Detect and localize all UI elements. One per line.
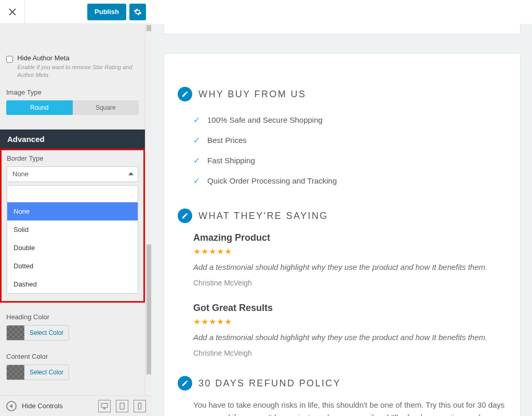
preview-area: WHY BUY FROM US ✓100% Safe and Secure Sh… [152, 24, 532, 416]
testimonial: Got Great Results ★★★★★ Add a testimonia… [178, 303, 507, 357]
saying-header: WHAT THEY'RE SAYING [178, 209, 507, 223]
border-type-search[interactable] [7, 186, 138, 202]
device-desktop[interactable] [98, 400, 111, 412]
border-option-dotted[interactable]: Dotted [7, 257, 138, 275]
pencil-icon [181, 90, 189, 98]
pencil-icon [181, 380, 189, 387]
heading-color-label: Heading Color [6, 313, 139, 321]
image-type-round[interactable]: Round [6, 100, 73, 115]
border-option-double[interactable]: Double [7, 239, 138, 257]
star-rating-icon: ★★★★★ [193, 246, 507, 256]
list-item: ✓Best Prices [178, 130, 507, 150]
hide-author-meta-row: Hide Author Meta Enable if you want to r… [6, 54, 139, 79]
why-buy-title: WHY BUY FROM US [198, 89, 306, 100]
content-color-label: Content Color [6, 353, 139, 360]
close-button[interactable] [0, 0, 25, 24]
why-buy-list: ✓100% Safe and Secure Shopping ✓Best Pri… [178, 110, 507, 191]
publish-button[interactable]: Publish [87, 4, 126, 20]
check-icon: ✓ [193, 115, 200, 125]
tablet-icon [118, 402, 126, 410]
border-type-group: Border Type None None Solid Double Dotte… [0, 149, 145, 303]
gear-icon [134, 8, 142, 16]
check-icon: ✓ [193, 135, 200, 145]
scrollbar-thumb-top[interactable] [147, 25, 151, 31]
pencil-icon [181, 212, 189, 219]
svg-rect-6 [138, 403, 141, 409]
edit-section-saying[interactable] [178, 209, 192, 223]
sidebar-footer: Hide Controls [0, 395, 152, 416]
mobile-icon [136, 402, 144, 410]
refund-header: 30 DAYS REFUND POLICY [178, 376, 507, 391]
border-type-label: Border Type [7, 154, 138, 162]
border-type-select[interactable]: None [7, 166, 138, 182]
refund-body: You have to take enough risks in life, t… [178, 399, 507, 416]
star-rating-icon: ★★★★★ [193, 317, 507, 327]
collapse-icon[interactable] [6, 401, 17, 411]
why-buy-header: WHY BUY FROM US [178, 87, 507, 101]
sidebar: Hide Author Meta Enable if you want to r… [0, 24, 152, 416]
testimonial: Amazing Product ★★★★★ Add a testimonial … [178, 232, 507, 287]
svg-rect-5 [120, 403, 124, 409]
content-color-button[interactable]: Select Color [24, 365, 69, 380]
border-type-dropdown: None Solid Double Dotted Dashed [7, 185, 138, 294]
testimonial-title: Amazing Product [193, 232, 507, 243]
heading-color-button[interactable]: Select Color [24, 326, 69, 340]
scrollbar-thumb-main[interactable] [147, 244, 151, 374]
testimonial-title: Got Great Results [193, 303, 507, 314]
preview-card: WHY BUY FROM US ✓100% Safe and Secure Sh… [164, 53, 521, 416]
list-item: ✓100% Safe and Secure Shopping [178, 110, 507, 130]
content-color-picker[interactable]: Select Color [6, 365, 69, 380]
refund-title: 30 DAYS REFUND POLICY [198, 378, 341, 389]
heading-color-swatch [7, 326, 24, 340]
close-icon [8, 8, 17, 16]
device-tablet[interactable] [116, 400, 128, 412]
edit-section-refund[interactable] [178, 376, 192, 391]
heading-color-picker[interactable]: Select Color [6, 325, 69, 341]
svg-rect-2 [101, 403, 108, 407]
desktop-icon [100, 402, 109, 410]
testimonial-body: Add a testimonial should highlight why t… [193, 333, 507, 342]
testimonial-body: Add a testimonial should highlight why t… [193, 263, 507, 271]
check-icon: ✓ [193, 155, 200, 165]
hide-author-meta-label: Hide Author Meta [17, 54, 139, 62]
topbar: Publish [0, 0, 152, 24]
border-option-solid[interactable]: Solid [7, 220, 138, 239]
testimonial-author: Christine McVeigh [193, 349, 507, 357]
saying-title: WHAT THEY'RE SAYING [198, 211, 328, 222]
check-icon: ✓ [193, 176, 200, 186]
section-advanced[interactable]: Advanced [0, 129, 145, 149]
sidebar-scrollbar[interactable] [145, 24, 152, 395]
settings-button[interactable] [129, 4, 146, 20]
testimonial-author: Christine McVeigh [193, 279, 507, 287]
image-type-label: Image Type [6, 88, 139, 96]
border-type-value: None [12, 170, 29, 178]
preview-card-top [164, 24, 521, 34]
image-type-segmented: Round Square [6, 100, 139, 115]
edit-section-why[interactable] [178, 87, 192, 101]
chevron-up-icon [128, 172, 134, 175]
border-option-dashed[interactable]: Dashed [7, 275, 138, 293]
device-mobile[interactable] [134, 400, 146, 412]
border-option-none[interactable]: None [7, 202, 138, 220]
hide-author-meta-checkbox[interactable] [6, 55, 13, 63]
list-item: ✓Quick Order Processing and Tracking [178, 171, 507, 191]
hide-controls-label[interactable]: Hide Controls [22, 402, 93, 410]
content-color-swatch [7, 365, 24, 380]
hide-author-meta-desc: Enable if you want to remove Star Rating… [17, 63, 139, 79]
list-item: ✓Fast Shipping [178, 150, 507, 171]
image-type-square[interactable]: Square [73, 100, 139, 115]
